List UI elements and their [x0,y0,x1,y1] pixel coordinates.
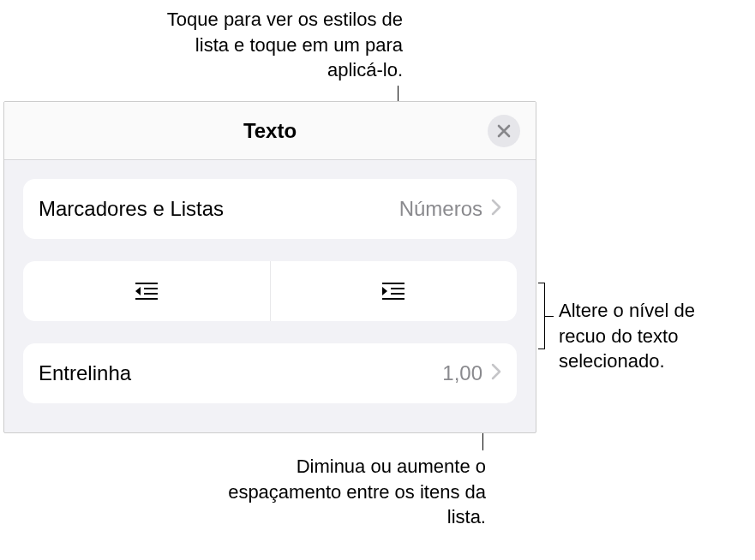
panel-header: Texto [4,102,536,160]
row-group-bullets: Marcadores e Listas Números [23,179,517,239]
close-button[interactable] [488,115,520,147]
indent-row [23,261,517,321]
text-format-panel: Texto Marcadores e Listas Números [3,101,536,433]
row-group-indent [23,261,517,321]
callout-list-styles: Toque para ver os estilos de lista e toq… [154,7,403,83]
chevron-right-icon [491,199,501,219]
line-spacing-label: Entrelinha [39,361,442,385]
panel-body: Marcadores e Listas Números [4,160,536,403]
bullets-lists-value: Números [399,197,482,221]
callout-line-spacing: Diminua ou aumente o espaçamento entre o… [220,454,486,530]
panel-title: Texto [243,119,297,143]
outdent-button[interactable] [23,261,271,321]
line-spacing-value: 1,00 [442,361,482,385]
close-icon [497,124,511,138]
indent-icon [379,280,408,302]
line-spacing-row[interactable]: Entrelinha 1,00 [23,343,517,403]
indent-button[interactable] [271,261,518,321]
callout-bracket [538,283,545,349]
row-group-linespacing: Entrelinha 1,00 [23,343,517,403]
callout-line [545,316,554,317]
bullets-lists-label: Marcadores e Listas [39,197,399,221]
chevron-right-icon [491,363,501,384]
callout-indent-level: Altere o nível de recuo do texto selecio… [559,298,747,374]
outdent-icon [132,280,161,302]
bullets-and-lists-row[interactable]: Marcadores e Listas Números [23,179,517,239]
